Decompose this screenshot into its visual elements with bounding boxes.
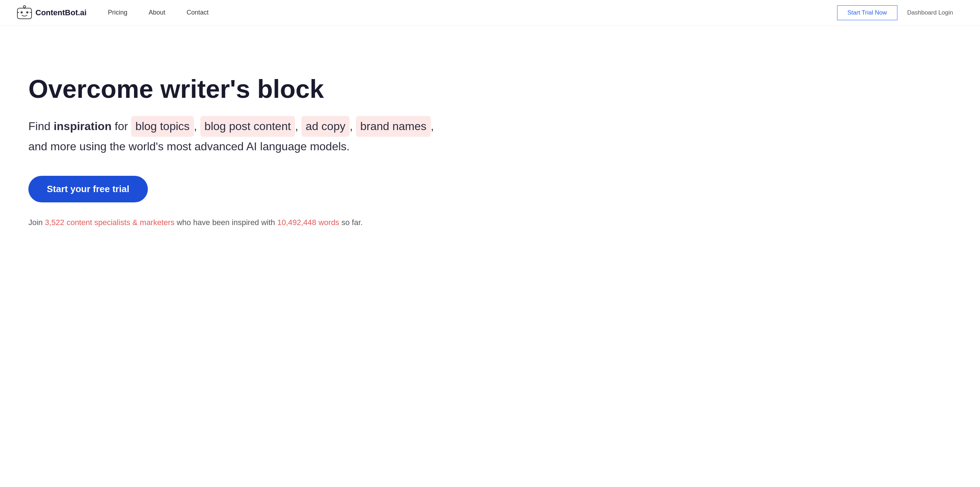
- social-proof-prefix: Join: [29, 218, 45, 227]
- highlight-brand-names: brand names: [356, 116, 431, 136]
- social-proof: Join 3,522 content specialists & markete…: [29, 217, 468, 228]
- social-proof-mid: who have been inspired with: [175, 218, 277, 227]
- subtitle-mid: for: [112, 120, 131, 133]
- nav-pricing[interactable]: Pricing: [108, 9, 127, 16]
- logo-link[interactable]: ContentBot.ai: [17, 5, 86, 20]
- nav-about[interactable]: About: [149, 9, 165, 16]
- comma-3: ,: [350, 120, 356, 133]
- subtitle-prefix: Find: [29, 120, 54, 133]
- highlight-blog-post-content: blog post content: [200, 116, 295, 136]
- hero-subtitle: Find inspiration for blog topics, blog p…: [29, 116, 454, 156]
- hero-section: Overcome writer's block Find inspiration…: [0, 25, 496, 257]
- logo-icon: [17, 5, 32, 20]
- logo-text: ContentBot.ai: [35, 8, 86, 17]
- svg-point-4: [26, 11, 29, 13]
- comma-1: ,: [194, 120, 200, 133]
- social-proof-suffix: so far.: [339, 218, 363, 227]
- nav-contact[interactable]: Contact: [186, 9, 208, 16]
- free-trial-button[interactable]: Start your free trial: [29, 176, 148, 202]
- hero-title: Overcome writer's block: [29, 75, 468, 103]
- svg-rect-0: [18, 8, 32, 19]
- svg-point-1: [24, 6, 25, 8]
- highlight-blog-topics: blog topics: [131, 116, 194, 136]
- subtitle-bold: inspiration: [54, 120, 112, 133]
- svg-point-3: [21, 11, 23, 13]
- start-trial-button[interactable]: Start Trial Now: [837, 5, 897, 20]
- highlight-ad-copy: ad copy: [301, 116, 350, 136]
- words-count: 10,492,448 words: [277, 218, 339, 227]
- nav-links: Pricing About Contact: [108, 9, 837, 16]
- navbar: ContentBot.ai Pricing About Contact Star…: [0, 0, 980, 25]
- specialists-count: 3,522 content specialists & marketers: [45, 218, 175, 227]
- nav-actions: Start Trial Now Dashboard Login: [837, 5, 963, 20]
- dashboard-login-button[interactable]: Dashboard Login: [897, 6, 963, 20]
- comma-2: ,: [295, 120, 301, 133]
